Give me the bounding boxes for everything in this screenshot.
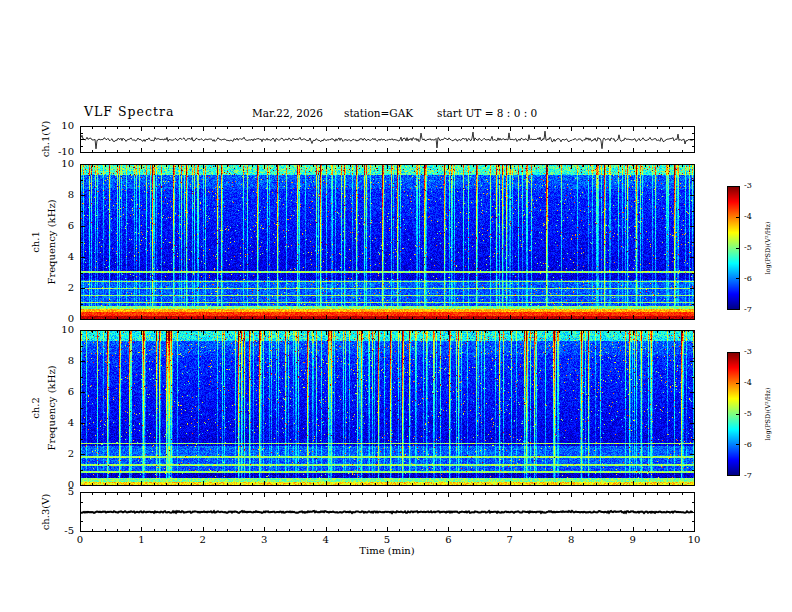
x-tick-label: 5 [384, 535, 390, 545]
y-tick-label-ch3v: 5 [54, 487, 74, 497]
x-tick-label: 1 [138, 535, 144, 545]
y-tick-label-spec2: 10 [54, 325, 74, 335]
ch1-spectrogram-canvas [80, 164, 695, 320]
ch2-row-label: ch.2 [31, 397, 41, 419]
colorbar-tick-label-2: -3 [744, 348, 752, 356]
ch2-spectrogram-canvas [80, 330, 695, 486]
y-tick-label-ch1v: -10 [54, 147, 74, 157]
colorbar-tick-label-2: -6 [744, 441, 752, 449]
station-label: station=GAK [344, 107, 413, 119]
colorbar-tick-label-1: -4 [744, 213, 752, 221]
colorbar-tick-label-2: -4 [744, 379, 752, 387]
x-tick-label: 3 [261, 535, 267, 545]
y-tick-label-spec2: 2 [54, 449, 74, 459]
y-tick-label-spec1: 10 [54, 159, 74, 169]
x-tick-label: 10 [688, 535, 701, 545]
x-tick-label: 8 [568, 535, 574, 545]
colorbar-tick-label-1: -6 [744, 275, 752, 283]
ch3-waveform-canvas [80, 492, 695, 532]
ch1-colorbar [727, 186, 740, 310]
ch1-colorbar-label: log(PSD)(V²/Hz) [765, 222, 772, 275]
x-tick-label: 4 [322, 535, 328, 545]
y-tick-label-spec1: 8 [54, 190, 74, 200]
y-tick-label-spec1: 4 [54, 252, 74, 262]
ch1-waveform-canvas [80, 126, 695, 153]
x-tick-label: 0 [77, 535, 83, 545]
y-tick-label-spec1: 0 [54, 314, 74, 324]
x-axis-title: Time (min) [359, 546, 414, 556]
ch3-waveform-ylabel: ch.3(V) [41, 494, 51, 531]
ch1-frequency-ylabel: Frequency (kHz) [47, 199, 57, 284]
ch2-colorbar [727, 352, 740, 476]
colorbar-tick-label-2: -7 [744, 472, 752, 480]
colorbar-tick-label-1: -7 [744, 306, 752, 314]
x-tick-label: 2 [200, 535, 206, 545]
ch2-frequency-ylabel: Frequency (kHz) [47, 365, 57, 450]
y-tick-label-spec2: 4 [54, 418, 74, 428]
ch1-row-label: ch.1 [31, 231, 41, 253]
vlf-spectra-plot: VLF Spectra Mar.22, 2026 station=GAK sta… [0, 0, 792, 612]
ch2-colorbar-label: log(PSD)(V²/Hz) [765, 388, 772, 441]
y-tick-label-spec1: 2 [54, 283, 74, 293]
date-label: Mar.22, 2026 [252, 107, 323, 119]
start-ut-label: start UT = 8 : 0 : 0 [437, 107, 537, 119]
x-tick-label: 6 [445, 535, 451, 545]
x-tick-label: 9 [629, 535, 635, 545]
y-tick-label-spec2: 8 [54, 356, 74, 366]
x-tick-label: 7 [507, 535, 513, 545]
colorbar-tick-label-2: -5 [744, 410, 752, 418]
ch1-waveform-ylabel: ch.1(V) [41, 121, 51, 158]
y-tick-label-ch3v: -5 [54, 526, 74, 536]
y-tick-label-spec2: 6 [54, 387, 74, 397]
y-tick-label-spec1: 6 [54, 221, 74, 231]
figure-title: VLF Spectra [84, 104, 174, 119]
y-tick-label-ch1v: 10 [54, 121, 74, 131]
colorbar-tick-label-1: -5 [744, 244, 752, 252]
colorbar-tick-label-1: -3 [744, 182, 752, 190]
